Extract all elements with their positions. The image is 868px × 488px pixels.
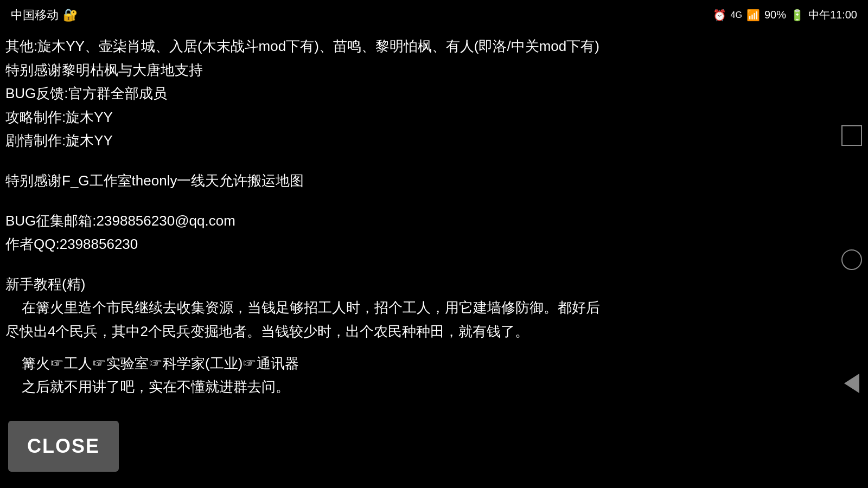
close-button[interactable]: CLOSE xyxy=(8,421,119,472)
credits-line5: 剧情制作:旋木YY xyxy=(5,130,825,152)
square-button[interactable] xyxy=(841,125,862,146)
system-status: ⏰ 4G 📶 90% 🔋 中午11:00 xyxy=(713,8,857,22)
right-controls xyxy=(835,30,868,488)
author-qq: 作者QQ:2398856230 xyxy=(5,233,825,256)
signal-icon: 📶 xyxy=(746,9,760,22)
tutorial-line2: 尽快出4个民兵，其中2个民兵变掘地者。当钱较少时，出个农民种种田，就有钱了。 xyxy=(5,320,825,343)
tutorial-line1: 在篝火里造个市民继续去收集资源，当钱足够招工人时，招个工人，用它建墙修防御。都好… xyxy=(5,297,825,319)
credits-line2: 特别感谢黎明枯枫与大唐地支持 xyxy=(5,59,825,82)
status-bar: 中国移动 🔐 ⏰ 4G 📶 90% 🔋 中午11:00 xyxy=(0,0,868,30)
carrier-emoji: 🔐 xyxy=(63,8,78,22)
tutorial-end: 之后就不用讲了吧，实在不懂就进群去问。 xyxy=(5,376,825,399)
credits-line1: 其他:旋木YY、壶柒肖城、入居(木末战斗mod下有)、苗鸣、黎明怕枫、有人(即洛… xyxy=(5,35,825,58)
clock-icon: ⏰ xyxy=(713,9,726,22)
circle-button[interactable] xyxy=(841,249,862,270)
tutorial-title: 新手教程(精) xyxy=(5,273,825,296)
back-button[interactable] xyxy=(844,374,859,393)
carrier-info: 中国移动 🔐 xyxy=(11,7,78,23)
battery-icon: 🔋 xyxy=(790,9,804,22)
main-content: 其他:旋木YY、壶柒肖城、入居(木末战斗mod下有)、苗鸣、黎明怕枫、有人(即洛… xyxy=(0,30,835,488)
credits-line6: 特别感谢F_G工作室theonly一线天允许搬运地图 xyxy=(5,170,825,192)
tutorial-chain: 篝火☞工人☞实验室☞科学家(工业)☞通讯器 xyxy=(5,352,825,375)
time-display: 中午11:00 xyxy=(808,8,857,22)
battery-percent: 90% xyxy=(764,9,786,21)
bug-email: BUG征集邮箱:2398856230@qq.com xyxy=(5,210,825,233)
carrier-icon: 中国移动 xyxy=(11,7,59,23)
credits-line4: 攻略制作:旋木YY xyxy=(5,106,825,129)
network-type: 4G xyxy=(731,10,742,20)
credits-line3: BUG反馈:官方群全部成员 xyxy=(5,82,825,105)
